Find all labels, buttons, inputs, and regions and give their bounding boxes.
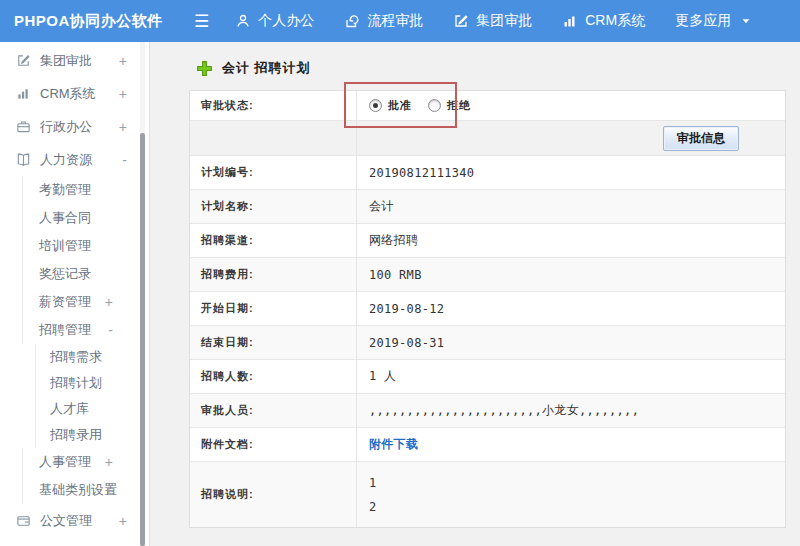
sidebar-item[interactable]: 奖惩记录 [22,260,149,288]
approve-radio-label: 批准 [388,98,412,113]
field-row: 开始日期: 2019-08-12 [190,292,785,326]
approval-status-row: 审批状态: 批准 拒绝 [190,91,785,121]
empty-label-cell [190,121,357,155]
detail-table: 审批状态: 批准 拒绝 审批信 [189,90,786,528]
field-value: 1 人 [357,360,785,393]
sidebar-item[interactable]: 人事管理 + [22,448,149,476]
field-value: 100 RMB [357,258,785,291]
sidebar-item[interactable]: 培训管理 [22,232,149,260]
bar-chart-icon [16,86,31,101]
topnav-item[interactable]: 流程审批 [344,12,423,30]
field-label: 结束日期: [190,326,357,359]
sidebar-item[interactable]: 人力资源 - [0,143,149,176]
field-value: 网络招聘 [357,224,785,257]
sidebar-item[interactable]: 用车管理 + [0,537,149,546]
expand-icon[interactable]: + [119,53,127,69]
expand-icon[interactable]: + [119,513,127,529]
approval-info-button[interactable]: 审批信息 [663,126,739,151]
top-navigation: 个人办公 流程审批 集团审批 CRM系统 更多应用 [235,12,752,30]
page-title: 会计 招聘计划 [150,42,800,90]
field-value-line: 2 [369,501,377,513]
field-row: 计划名称: 会计 [190,190,785,224]
sidebar-item[interactable]: 基础类别设置 + [22,476,149,504]
expand-icon[interactable]: + [105,294,113,310]
collapse-icon[interactable]: - [122,152,127,168]
reject-radio-label: 拒绝 [447,98,471,113]
field-row: 招聘费用: 100 RMB [190,258,785,292]
sidebar-item[interactable]: 集团审批 + [0,44,149,77]
sidebar-item[interactable]: 招聘录用 [35,422,149,448]
collapse-icon[interactable]: - [108,322,113,338]
field-value: 2019-08-31 [357,326,785,359]
book-icon [16,152,31,167]
main-layout: 集团审批 + CRM系统 + 行政办公 + 人力资源 - 考勤管理 人事合同 培… [0,42,800,546]
field-row: 招聘人数: 1 人 [190,360,785,394]
sidebar-item[interactable]: CRM系统 + [0,77,149,110]
field-value: 附件下载 [357,428,785,461]
approval-options: 批准 拒绝 [357,91,785,120]
expand-icon[interactable]: + [119,119,127,135]
topnav-item[interactable]: CRM系统 [562,12,645,30]
field-rows: 计划编号: 20190812111340 计划名称: 会计 招聘渠道: 网络招聘… [190,156,785,527]
sidebar-item[interactable]: 招聘需求 [35,344,149,370]
briefcase-icon [16,119,31,134]
field-label: 招聘人数: [190,360,357,393]
field-row: 附件文档: 附件下载 [190,428,785,462]
reject-radio-group[interactable]: 拒绝 [428,98,471,113]
field-value: ,,,,,,,,,,,,,,,,,,,,,,,小龙女,,,,,,,, [357,394,785,427]
expand-icon[interactable]: + [105,454,113,470]
sidebar-item[interactable]: 行政办公 + [0,110,149,143]
approval-button-cell: 审批信息 [357,121,785,155]
caret-down-icon [740,15,752,27]
approve-radio-group[interactable]: 批准 [369,98,412,113]
field-label: 招聘说明: [190,462,357,527]
page-title-text: 会计 招聘计划 [222,59,311,77]
field-row: 审批人员: ,,,,,,,,,,,,,,,,,,,,,,,小龙女,,,,,,,, [190,394,785,428]
sidebar-item[interactable]: 人事合同 [22,204,149,232]
sidebar-menu: 集团审批 + CRM系统 + 行政办公 + 人力资源 - 考勤管理 人事合同 培… [0,44,149,546]
field-label: 计划编号: [190,156,357,189]
edit-square-icon [16,53,31,68]
approval-button-row: 审批信息 [190,121,785,156]
sidebar-item[interactable]: 招聘管理 - [22,316,149,344]
field-label: 招聘费用: [190,258,357,291]
topnav-item[interactable]: 集团审批 [453,12,532,30]
field-value: 12 [357,462,785,527]
sidebar-item[interactable]: 薪资管理 + [22,288,149,316]
user-icon [235,13,251,29]
sidebar-item[interactable]: 公文管理 + [0,504,149,537]
flow-icon [344,13,360,29]
plus-icon [196,60,213,77]
expand-icon[interactable]: + [105,482,113,498]
field-row: 结束日期: 2019-08-31 [190,326,785,360]
field-row: 招聘说明: 12 [190,462,785,527]
expand-icon[interactable]: + [119,86,127,102]
field-label: 开始日期: [190,292,357,325]
sidebar-item[interactable]: 招聘计划 [35,370,149,396]
field-value: 2019-08-12 [357,292,785,325]
topbar: PHPOA协同办公软件 ☰ 个人办公 流程审批 集团审批 CRM系统 更多应用 [0,0,800,42]
field-row: 计划编号: 20190812111340 [190,156,785,190]
field-label: 招聘渠道: [190,224,357,257]
sidebar-scrollbar-thumb[interactable] [140,133,145,546]
chart-icon [562,13,578,29]
attachment-download-link[interactable]: 附件下载 [369,436,418,453]
field-row: 招聘渠道: 网络招聘 [190,224,785,258]
field-value-line: 1 [369,477,377,489]
approve-radio[interactable] [369,99,382,112]
sidebar-item[interactable]: 人才库 [35,396,149,422]
field-label: 附件文档: [190,428,357,461]
topnav-item[interactable]: 更多应用 [675,12,752,30]
reject-radio[interactable] [428,99,441,112]
field-value: 会计 [357,190,785,223]
sidebar-item[interactable]: 考勤管理 [22,176,149,204]
app-window: PHPOA协同办公软件 ☰ 个人办公 流程审批 集团审批 CRM系统 更多应用 … [0,0,800,546]
field-label: 计划名称: [190,190,357,223]
edit-icon [453,13,469,29]
field-value: 20190812111340 [357,156,785,189]
hamburger-icon[interactable]: ☰ [194,13,209,30]
topnav-item[interactable]: 个人办公 [235,12,314,30]
wallet-icon [16,513,31,528]
app-logo[interactable]: PHPOA协同办公软件 [0,12,172,31]
sidebar: 集团审批 + CRM系统 + 行政办公 + 人力资源 - 考勤管理 人事合同 培… [0,42,150,546]
